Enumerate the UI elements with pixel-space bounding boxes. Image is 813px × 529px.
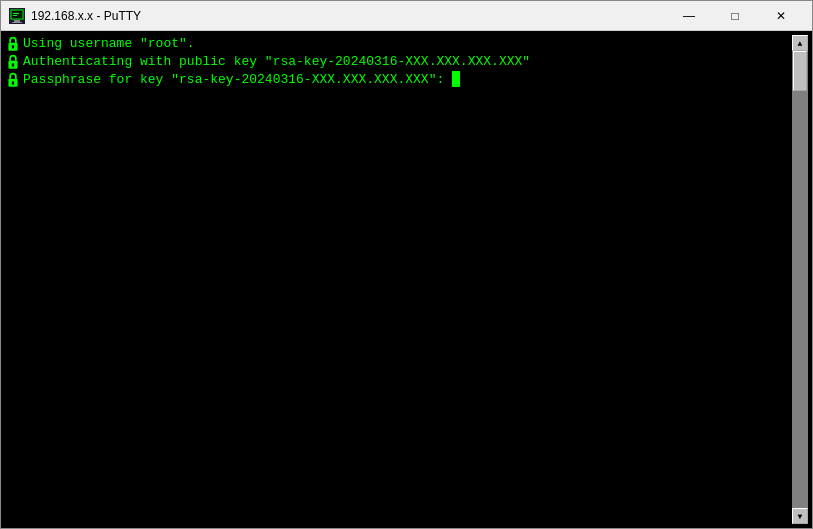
scrollbar-track[interactable] <box>792 51 808 508</box>
svg-rect-10 <box>12 63 14 66</box>
terminal-area[interactable]: Using username "root". Authenticating wi… <box>1 31 812 528</box>
scroll-up-button[interactable]: ▲ <box>792 35 808 51</box>
terminal-line-2: Authenticating with public key "rsa-key-… <box>5 53 792 71</box>
terminal-content: Using username "root". Authenticating wi… <box>5 35 792 524</box>
window-title: 192.168.x.x - PuTTY <box>31 9 660 23</box>
terminal-line-3: Passphrase for key "rsa-key-20240316-XXX… <box>5 71 792 89</box>
svg-rect-8 <box>12 45 14 48</box>
svg-rect-6 <box>12 22 22 23</box>
window-controls: — □ ✕ <box>666 1 804 31</box>
putty-window: 192.168.x.x - PuTTY — □ ✕ Using username… <box>0 0 813 529</box>
svg-rect-12 <box>12 81 14 84</box>
line-3-text: Passphrase for key "rsa-key-20240316-XXX… <box>23 71 452 89</box>
close-button[interactable]: ✕ <box>758 1 804 31</box>
svg-rect-2 <box>12 11 22 18</box>
title-bar: 192.168.x.x - PuTTY — □ ✕ <box>1 1 812 31</box>
putty-icon <box>9 8 25 24</box>
lock-icon-3 <box>5 72 21 88</box>
minimize-button[interactable]: — <box>666 1 712 31</box>
maximize-button[interactable]: □ <box>712 1 758 31</box>
scrollbar[interactable]: ▲ ▼ <box>792 35 808 524</box>
svg-rect-3 <box>13 13 19 14</box>
line-2-text: Authenticating with public key "rsa-key-… <box>23 53 530 71</box>
lock-icon-1 <box>5 36 21 52</box>
lock-icon-2 <box>5 54 21 70</box>
line-1-text: Using username "root". <box>23 35 195 53</box>
terminal-cursor <box>452 71 460 87</box>
svg-rect-4 <box>13 15 17 16</box>
terminal-line-1: Using username "root". <box>5 35 792 53</box>
scroll-down-button[interactable]: ▼ <box>792 508 808 524</box>
svg-rect-5 <box>14 20 20 22</box>
scrollbar-thumb[interactable] <box>793 51 807 91</box>
